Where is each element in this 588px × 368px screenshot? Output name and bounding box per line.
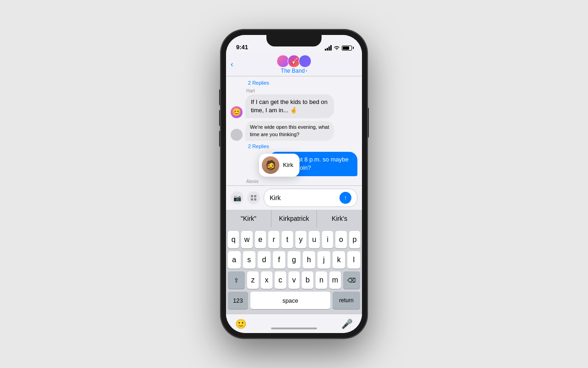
input-bar: 📷 Kirk ↑ bbox=[226, 185, 362, 210]
battery-icon bbox=[342, 46, 352, 51]
key-row-4: 123 space return bbox=[228, 292, 360, 309]
sender-name-hart: Hart bbox=[246, 88, 334, 93]
tooltip-avatar: 🧔 bbox=[262, 156, 279, 174]
key-q[interactable]: q bbox=[228, 231, 239, 248]
key-a[interactable]: a bbox=[228, 251, 241, 269]
bubble-alexis: Work bbox=[245, 185, 270, 185]
send-button[interactable]: ↑ bbox=[339, 192, 351, 204]
key-k[interactable]: k bbox=[333, 251, 345, 269]
key-d[interactable]: d bbox=[258, 251, 271, 269]
svg-rect-3 bbox=[254, 198, 256, 201]
home-indicator bbox=[271, 328, 317, 329]
key-p[interactable]: p bbox=[349, 231, 360, 248]
replies-link-2[interactable]: 2 Replies bbox=[248, 144, 357, 149]
notch bbox=[266, 35, 322, 46]
key-y[interactable]: y bbox=[295, 231, 306, 248]
autocomplete-bar: "Kirk" Kirkpatrick Kirk's bbox=[226, 210, 362, 227]
key-123[interactable]: 123 bbox=[228, 292, 248, 309]
key-n[interactable]: n bbox=[316, 271, 327, 289]
message-row-gray: We're wide open this evening, what time … bbox=[231, 121, 357, 141]
key-g[interactable]: g bbox=[288, 251, 300, 269]
nav-center: 🎸 The Band › bbox=[277, 55, 311, 74]
bubble-hart: If I can get the kids to bed on time, I … bbox=[245, 94, 334, 118]
autocomplete-item-0[interactable]: "Kirk" bbox=[226, 210, 271, 227]
emoji-button[interactable]: 🙂 bbox=[235, 318, 247, 329]
send-arrow-icon: ↑ bbox=[344, 194, 347, 201]
key-r[interactable]: r bbox=[268, 231, 279, 248]
kirk-face: 🧔 bbox=[262, 156, 279, 174]
key-c[interactable]: c bbox=[275, 271, 286, 289]
message-row-alexis: 👩 Alexis Work 🧔 Kirk bbox=[231, 179, 357, 185]
screen: 9:41 ‹ bbox=[226, 35, 362, 333]
key-i[interactable]: i bbox=[322, 231, 333, 248]
apps-icon bbox=[250, 195, 257, 201]
autocomplete-item-2[interactable]: Kirk's bbox=[317, 210, 362, 227]
messages-area: 2 Replies 😊 Hart If I can get the kids t… bbox=[226, 76, 362, 185]
status-icons bbox=[325, 45, 352, 51]
svg-rect-2 bbox=[251, 198, 253, 201]
replies-link-1[interactable]: 2 Replies bbox=[248, 80, 357, 86]
tooltip-name: Kirk bbox=[283, 161, 293, 168]
key-t[interactable]: t bbox=[282, 231, 293, 248]
key-x[interactable]: x bbox=[261, 271, 272, 289]
nav-avatar-3 bbox=[299, 55, 311, 68]
key-j[interactable]: j bbox=[317, 251, 330, 269]
message-content-gray: We're wide open this evening, what time … bbox=[245, 121, 334, 141]
camera-button[interactable]: 📷 bbox=[231, 191, 243, 204]
mic-button[interactable]: 🎤 bbox=[341, 318, 353, 329]
message-row-hart: 😊 Hart If I can get the kids to bed on t… bbox=[231, 88, 357, 118]
key-o[interactable]: o bbox=[335, 231, 346, 248]
bottom-bar: 🙂 🎤 bbox=[226, 314, 362, 333]
wifi-icon bbox=[334, 46, 340, 50]
key-w[interactable]: w bbox=[241, 231, 252, 248]
back-button[interactable]: ‹ bbox=[231, 60, 233, 69]
key-l[interactable]: l bbox=[347, 251, 360, 269]
apps-button[interactable] bbox=[247, 191, 260, 204]
key-h[interactable]: h bbox=[303, 251, 316, 269]
input-text: Kirk bbox=[270, 194, 281, 201]
autocomplete-item-1[interactable]: Kirkpatrick bbox=[271, 210, 317, 227]
key-s[interactable]: s bbox=[243, 251, 256, 269]
svg-rect-0 bbox=[251, 195, 253, 197]
message-content-hart: Hart If I can get the kids to bed on tim… bbox=[245, 88, 334, 118]
key-row-2: a s d f g h j k l bbox=[228, 251, 360, 269]
avatar-gray bbox=[231, 129, 243, 141]
group-name[interactable]: The Band › bbox=[281, 68, 307, 74]
key-b[interactable]: b bbox=[302, 271, 313, 289]
key-e[interactable]: e bbox=[255, 231, 266, 248]
key-return[interactable]: return bbox=[333, 292, 360, 309]
key-z[interactable]: z bbox=[247, 271, 259, 289]
nav-bar: ‹ 🎸 The Band › bbox=[226, 52, 362, 76]
key-row-1: q w e r t y u i o p bbox=[228, 231, 360, 248]
sender-name-alexis: Alexis bbox=[246, 179, 270, 184]
key-f[interactable]: f bbox=[273, 251, 286, 269]
mention-tooltip[interactable]: 🧔 Kirk bbox=[259, 154, 300, 177]
signal-icon bbox=[325, 45, 332, 51]
key-m[interactable]: m bbox=[329, 271, 341, 289]
chevron-icon: › bbox=[305, 68, 307, 73]
key-delete[interactable]: ⌫ bbox=[343, 271, 360, 289]
nav-avatars: 🎸 bbox=[277, 55, 311, 68]
keyboard: q w e r t y u i o p a s d f g h j k bbox=[226, 227, 362, 314]
svg-rect-1 bbox=[254, 195, 256, 197]
message-content-alexis: Alexis Work 🧔 Kirk bbox=[245, 179, 270, 185]
status-time: 9:41 bbox=[236, 44, 248, 51]
key-u[interactable]: u bbox=[309, 231, 320, 248]
key-shift[interactable]: ⇧ bbox=[228, 271, 245, 289]
bubble-gray: We're wide open this evening, what time … bbox=[245, 121, 334, 141]
key-row-3: ⇧ z x c v b n m ⌫ bbox=[228, 271, 360, 289]
avatar-hart: 😊 bbox=[231, 106, 243, 118]
key-space[interactable]: space bbox=[250, 292, 330, 309]
input-field-wrap[interactable]: Kirk ↑ bbox=[264, 189, 357, 207]
phone-shell: 9:41 ‹ bbox=[220, 29, 368, 339]
key-v[interactable]: v bbox=[288, 271, 300, 289]
